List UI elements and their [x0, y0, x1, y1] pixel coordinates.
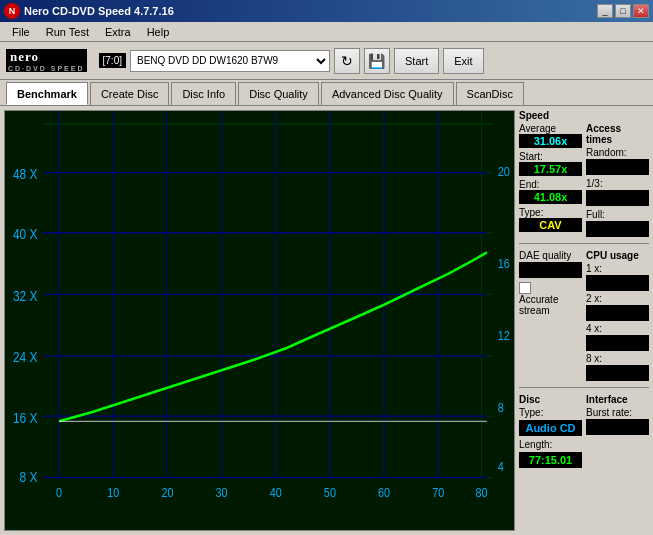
disc-type-value: Audio CD	[519, 420, 582, 436]
disc-title: Disc	[519, 394, 582, 405]
accurate-stream-container	[519, 282, 582, 294]
one-third-value	[586, 190, 649, 206]
disc-length-value: 77:15.01	[519, 452, 582, 468]
drive-selector: [7:0] BENQ DVD DD DW1620 B7W9	[99, 50, 330, 72]
full-value	[586, 221, 649, 237]
svg-text:32 X: 32 X	[13, 288, 38, 304]
menu-run-test[interactable]: Run Test	[38, 24, 97, 40]
type-label: Type:	[519, 207, 582, 218]
disc-cols: Disc Type: Audio CD Length: 77:15.01 Int…	[519, 394, 649, 468]
svg-text:60: 60	[378, 485, 390, 500]
nero-logo: nero CD·DVD SPEED	[6, 49, 87, 72]
menu-extra[interactable]: Extra	[97, 24, 139, 40]
average-value: 31.06x	[519, 134, 582, 148]
maximize-button[interactable]: □	[615, 4, 631, 18]
svg-text:8: 8	[498, 400, 504, 415]
average-label: Average	[519, 123, 582, 134]
interface-right: Interface Burst rate:	[586, 394, 649, 468]
end-label: End:	[519, 179, 582, 190]
disc-left: Disc Type: Audio CD Length: 77:15.01	[519, 394, 582, 468]
dae-title: DAE quality	[519, 250, 582, 261]
svg-text:8 X: 8 X	[20, 468, 38, 484]
two-x-label: 2 x:	[586, 293, 649, 304]
svg-text:40 X: 40 X	[13, 226, 38, 242]
exit-button[interactable]: Exit	[443, 48, 483, 74]
svg-text:80: 80	[475, 485, 487, 500]
svg-text:24 X: 24 X	[13, 349, 38, 365]
dae-value	[519, 262, 582, 278]
tab-disc-info[interactable]: Disc Info	[171, 82, 236, 105]
menu-bar: File Run Test Extra Help	[0, 22, 653, 42]
svg-text:16: 16	[498, 256, 510, 271]
main-content: 48 X 40 X 32 X 24 X 16 X 8 X 0 10 20 30 …	[0, 106, 653, 535]
burst-rate-label: Burst rate:	[586, 407, 649, 418]
svg-text:30: 30	[216, 485, 228, 500]
disc-section: Disc Type: Audio CD Length: 77:15.01 Int…	[519, 394, 649, 468]
cpu-right: CPU usage 1 x: 2 x: 4 x: 8 x:	[586, 250, 649, 381]
cpu-title: CPU usage	[586, 250, 649, 261]
accurate-stream-checkbox[interactable]	[519, 282, 531, 294]
title-bar: N Nero CD-DVD Speed 4.7.7.16 _ □ ✕	[0, 0, 653, 22]
tab-scan-disc[interactable]: ScanDisc	[456, 82, 524, 105]
tab-benchmark[interactable]: Benchmark	[6, 82, 88, 105]
eight-x-value	[586, 365, 649, 381]
start-label: Start:	[519, 151, 582, 162]
disc-type-label: Type:	[519, 407, 582, 418]
dae-left: DAE quality Accurate stream	[519, 250, 582, 381]
divider-2	[519, 387, 649, 388]
svg-text:40: 40	[270, 485, 282, 500]
interface-title: Interface	[586, 394, 649, 405]
tab-advanced-disc-quality[interactable]: Advanced Disc Quality	[321, 82, 454, 105]
disc-length-label: Length:	[519, 439, 582, 450]
start-value: 17.57x	[519, 162, 582, 176]
svg-text:4: 4	[498, 459, 504, 474]
four-x-label: 4 x:	[586, 323, 649, 334]
one-x-label: 1 x:	[586, 263, 649, 274]
four-x-value	[586, 335, 649, 351]
refresh-button[interactable]: ↻	[334, 48, 360, 74]
access-right: Access times Random: 1/3: Full:	[586, 123, 649, 237]
svg-text:70: 70	[432, 485, 444, 500]
dae-section: DAE quality Accurate stream CPU usage 1 …	[519, 250, 649, 381]
speed-cols: Average 31.06x Start: 17.57x End: 41.08x…	[519, 123, 649, 237]
drive-dropdown[interactable]: BENQ DVD DD DW1620 B7W9	[130, 50, 330, 72]
one-x-value	[586, 275, 649, 291]
tab-create-disc[interactable]: Create Disc	[90, 82, 169, 105]
toolbar: nero CD·DVD SPEED [7:0] BENQ DVD DD DW16…	[0, 42, 653, 80]
svg-text:0: 0	[56, 485, 62, 500]
tab-disc-quality[interactable]: Disc Quality	[238, 82, 319, 105]
svg-text:12: 12	[498, 328, 510, 343]
title-bar-controls[interactable]: _ □ ✕	[597, 4, 649, 18]
end-value: 41.08x	[519, 190, 582, 204]
speed-left: Average 31.06x Start: 17.57x End: 41.08x…	[519, 123, 582, 237]
one-third-label: 1/3:	[586, 178, 649, 189]
svg-text:50: 50	[324, 485, 336, 500]
eight-x-label: 8 x:	[586, 353, 649, 364]
two-x-value	[586, 305, 649, 321]
chart-area: 48 X 40 X 32 X 24 X 16 X 8 X 0 10 20 30 …	[4, 110, 515, 531]
random-value	[586, 159, 649, 175]
save-button[interactable]: 💾	[364, 48, 390, 74]
access-title: Access times	[586, 123, 649, 145]
burst-rate-value	[586, 419, 649, 435]
drive-label: [7:0]	[99, 53, 126, 68]
start-button[interactable]: Start	[394, 48, 439, 74]
menu-help[interactable]: Help	[139, 24, 178, 40]
svg-text:16 X: 16 X	[13, 410, 38, 426]
tabs: Benchmark Create Disc Disc Info Disc Qua…	[0, 80, 653, 106]
svg-text:10: 10	[107, 485, 119, 500]
app-icon: N	[4, 3, 20, 19]
title-bar-left: N Nero CD-DVD Speed 4.7.7.16	[4, 3, 174, 19]
random-label: Random:	[586, 147, 649, 158]
type-value: CAV	[519, 218, 582, 232]
dae-cols: DAE quality Accurate stream CPU usage 1 …	[519, 250, 649, 381]
svg-text:48 X: 48 X	[13, 166, 38, 182]
nero-logo-bottom: CD·DVD SPEED	[6, 65, 87, 72]
close-button[interactable]: ✕	[633, 4, 649, 18]
side-panel: Speed Average 31.06x Start: 17.57x End: …	[519, 110, 649, 531]
speed-section: Speed Average 31.06x Start: 17.57x End: …	[519, 110, 649, 237]
divider-1	[519, 243, 649, 244]
minimize-button[interactable]: _	[597, 4, 613, 18]
svg-text:20: 20	[498, 164, 510, 179]
menu-file[interactable]: File	[4, 24, 38, 40]
